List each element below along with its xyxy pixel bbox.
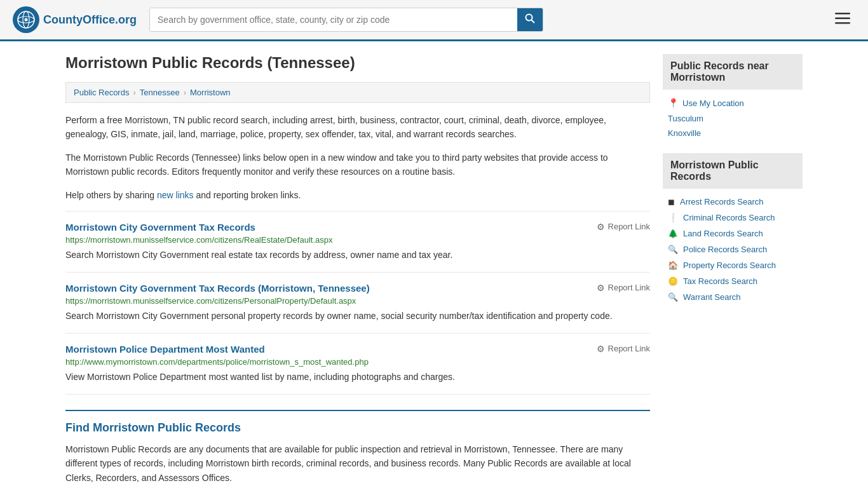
land-icon: 🌲 [668,229,678,238]
description-2: The Morristown Public Records (Tennessee… [65,151,650,179]
criminal-icon: ❕ [668,213,678,222]
criminal-records-link[interactable]: Criminal Records Search [683,213,775,222]
svg-rect-6 [835,13,850,15]
pin-icon: 📍 [668,98,679,108]
sidebar-item-criminal: ❕ Criminal Records Search [663,210,803,226]
use-location-link[interactable]: Use My Location [682,98,744,108]
description-3: Help others by sharing new links and rep… [65,188,650,202]
record-item-0: Morristown City Government Tax Records ⚙… [65,211,650,272]
record-url-1[interactable]: https://morristown.munisselfservice.com/… [65,296,650,306]
report-link-1[interactable]: ⚙ Report Link [597,283,650,293]
record-url-0[interactable]: https://morristown.munisselfservice.com/… [65,235,650,245]
content-area: Morristown Public Records (Tennessee) Pu… [65,54,650,485]
record-item-1: Morristown City Government Tax Records (… [65,272,650,333]
records-list: Morristown City Government Tax Records ⚙… [65,211,650,395]
warrant-search-link[interactable]: Warrant Search [683,292,741,302]
sidebar: Public Records near Morristown 📍 Use My … [663,54,803,485]
description-1: Perform a free Morristown, TN public rec… [65,113,650,142]
svg-rect-7 [835,18,850,20]
logo-icon [13,6,39,33]
sidebar-records-section: Morristown Public Records ◼ Arrest Recor… [663,153,803,305]
menu-button[interactable] [830,9,855,30]
report-link-0[interactable]: ⚙ Report Link [597,222,650,232]
use-location: 📍 Use My Location [663,95,803,111]
new-links-link[interactable]: new links [157,190,194,200]
report-link-label-2: Report Link [608,344,650,353]
record-header-2: Morristown Police Department Most Wanted… [65,344,650,355]
property-icon: 🏠 [668,261,678,270]
sidebar-records-title: Morristown Public Records [663,153,803,189]
sidebar-tusculum[interactable]: Tusculum [663,111,803,126]
record-title-0[interactable]: Morristown City Government Tax Records [65,222,255,233]
sidebar-item-tax: 🪙 Tax Records Search [663,273,803,289]
record-title-1[interactable]: Morristown City Government Tax Records (… [65,283,370,294]
sidebar-nearby-links: Tusculum Knoxville [663,111,803,140]
record-desc-1: Search Morristown City Government person… [65,309,650,323]
main-container: Morristown Public Records (Tennessee) Pu… [53,41,815,488]
svg-point-3 [25,18,28,22]
sidebar-item-arrest: ◼ Arrest Records Search [663,194,803,210]
breadcrumb-morristown[interactable]: Morristown [190,88,231,97]
svg-point-4 [526,15,532,21]
breadcrumb-tennessee[interactable]: Tennessee [140,88,180,97]
svg-rect-8 [835,22,850,24]
police-records-link[interactable]: Police Records Search [683,245,767,254]
logo[interactable]: CountyOffice.org [13,6,137,33]
police-icon: 🔍 [668,245,678,254]
record-url-2[interactable]: http://www.mymorristown.com/departments/… [65,357,650,367]
sidebar-nearby-section: Public Records near Morristown 📍 Use My … [663,54,803,140]
record-desc-2: View Morristown Police Department most w… [65,370,650,384]
page-title: Morristown Public Records (Tennessee) [65,54,650,72]
arrest-icon: ◼ [668,197,675,207]
warrant-icon: 🔍 [668,292,678,302]
unlink-icon-2: ⚙ [597,344,605,354]
tax-icon: 🪙 [668,276,678,286]
desc3-pre: Help others by sharing [65,190,157,200]
record-item-2: Morristown Police Department Most Wanted… [65,333,650,395]
sidebar-item-warrant: 🔍 Warrant Search [663,289,803,305]
tax-records-link[interactable]: Tax Records Search [683,276,757,286]
record-desc-0: Search Morristown City Government real e… [65,248,650,262]
sidebar-item-land: 🌲 Land Records Search [663,226,803,241]
arrest-records-link[interactable]: Arrest Records Search [680,197,764,207]
record-title-2[interactable]: Morristown Police Department Most Wanted [65,344,265,355]
find-section: Find Morristown Public Records Morristow… [65,410,650,485]
search-input[interactable] [150,8,517,31]
record-header-1: Morristown City Government Tax Records (… [65,283,650,294]
land-records-link[interactable]: Land Records Search [683,229,763,238]
report-link-label-0: Report Link [608,222,650,231]
breadcrumb-public-records[interactable]: Public Records [74,88,129,97]
search-bar [149,8,543,32]
record-header-0: Morristown City Government Tax Records ⚙… [65,222,650,233]
sidebar-nearby-title: Public Records near Morristown [663,54,803,90]
breadcrumb: Public Records › Tennessee › Morristown [65,82,650,103]
find-section-text: Morristown Public Records are any docume… [65,442,650,485]
search-button[interactable] [517,8,543,31]
sidebar-knoxville[interactable]: Knoxville [663,126,803,140]
report-link-2[interactable]: ⚙ Report Link [597,344,650,354]
svg-line-5 [532,20,535,24]
unlink-icon-0: ⚙ [597,222,605,232]
report-link-label-1: Report Link [608,283,650,292]
sidebar-item-police: 🔍 Police Records Search [663,241,803,257]
logo-text: CountyOffice.org [43,13,137,27]
find-section-title: Find Morristown Public Records [65,421,650,435]
header: CountyOffice.org [0,0,868,41]
desc3-post: and reporting broken links. [194,190,301,200]
unlink-icon-1: ⚙ [597,283,605,293]
sidebar-item-property: 🏠 Property Records Search [663,257,803,273]
property-records-link[interactable]: Property Records Search [683,261,776,270]
